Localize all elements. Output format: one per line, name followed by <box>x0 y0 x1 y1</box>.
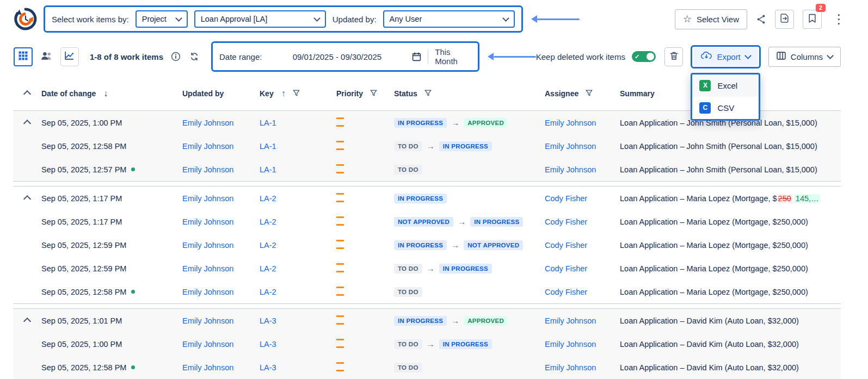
col-updated-by[interactable]: Updated by <box>182 89 224 98</box>
history-table: Date of change ↓ Updated by Key ↑ Priori… <box>13 80 841 379</box>
summary-text: Loan Application – David Kim (Auto Loan,… <box>620 316 841 325</box>
work-item-filter-bar: Select work items by: Project Loan Appro… <box>44 5 523 33</box>
updated-by-link[interactable]: Emily Johnson <box>182 119 233 127</box>
key-link[interactable]: LA-1 <box>260 119 276 127</box>
assignee-link[interactable]: Cody Fisher <box>545 194 587 203</box>
keep-deleted-toggle[interactable]: ✓ <box>632 51 656 62</box>
updated-by-link[interactable]: Emily Johnson <box>182 288 233 296</box>
assignee-link[interactable]: Cody Fisher <box>545 218 587 226</box>
kebab-menu-icon[interactable]: ⋮ <box>830 13 847 26</box>
updated-by-link[interactable]: Emily Johnson <box>182 363 233 372</box>
change-date: Sep 05, 2025, 12:59 PM <box>41 264 126 273</box>
assignee-link[interactable]: Emily Johnson <box>545 340 596 349</box>
assignee-link[interactable]: Cody Fisher <box>545 288 587 296</box>
chevron-down-icon <box>827 52 834 59</box>
project-dropdown[interactable]: Loan Approval [LA] <box>194 10 326 28</box>
collapse-group-icon[interactable] <box>23 318 31 325</box>
export-button[interactable]: Export <box>693 48 758 66</box>
filter-icon[interactable] <box>424 90 432 97</box>
updated-by-dropdown[interactable]: Any User <box>383 10 515 28</box>
transition-arrow-icon: → <box>458 217 466 226</box>
key-link[interactable]: LA-3 <box>260 340 276 349</box>
key-link[interactable]: LA-2 <box>260 194 276 203</box>
sort-asc-icon[interactable]: ↑ <box>281 89 286 98</box>
col-key[interactable]: Key <box>260 89 274 98</box>
updates-button[interactable]: 2 <box>803 10 822 29</box>
assignee-link[interactable]: Emily Johnson <box>545 316 596 325</box>
key-link[interactable]: LA-2 <box>260 288 276 296</box>
assignee-link[interactable]: Emily Johnson <box>545 119 596 127</box>
history-row: Sep 05, 2025, 1:17 PM Emily Johnson LA-2… <box>13 210 841 233</box>
updated-by-link[interactable]: Emily Johnson <box>182 340 233 349</box>
col-date-of-change[interactable]: Date of change <box>41 89 96 98</box>
calendar-icon[interactable] <box>412 52 421 61</box>
status-cell: IN PROGRESS <box>394 194 545 203</box>
csv-icon: C <box>699 102 711 114</box>
col-status[interactable]: Status <box>394 89 417 98</box>
col-priority[interactable]: Priority <box>336 89 363 98</box>
updated-by-link[interactable]: Emily Johnson <box>182 316 233 325</box>
export-page-button[interactable] <box>775 10 794 29</box>
priority-medium-icon <box>336 240 344 249</box>
chart-view-button[interactable] <box>60 47 79 66</box>
export-excel-item[interactable]: X Excel <box>692 74 759 97</box>
filter-icon[interactable] <box>293 90 300 97</box>
updated-by-link[interactable]: Emily Johnson <box>182 264 233 273</box>
assignee-link[interactable]: Emily Johnson <box>545 165 596 174</box>
key-link[interactable]: LA-2 <box>260 264 276 273</box>
updated-by-link[interactable]: Emily Johnson <box>182 165 233 174</box>
select-by-dropdown[interactable]: Project <box>136 10 188 28</box>
chevron-down-icon <box>175 15 182 22</box>
key-link[interactable]: LA-1 <box>260 165 276 174</box>
chevron-down-icon <box>502 15 509 22</box>
date-preset-label[interactable]: This Month <box>435 47 471 66</box>
row-group: Sep 05, 2025, 1:01 PM Emily Johnson LA-3… <box>13 308 841 379</box>
filter-icon[interactable] <box>370 90 377 97</box>
excel-icon: X <box>699 80 711 91</box>
issue-history-app: Select work items by: Project Loan Appro… <box>0 0 868 379</box>
updated-by-link[interactable]: Emily Johnson <box>182 194 233 203</box>
select-by-value: Project <box>142 15 167 23</box>
csv-label: CSV <box>717 103 734 113</box>
filter-icon[interactable] <box>586 90 593 97</box>
status-badge: NOT APPROVED <box>464 240 523 250</box>
collapse-all-icon[interactable] <box>23 90 31 98</box>
assignee-link[interactable]: Cody Fisher <box>545 264 587 273</box>
sort-desc-icon[interactable]: ↓ <box>103 89 108 98</box>
refresh-icon[interactable] <box>189 52 199 61</box>
annotation-arrow-filter <box>537 18 580 20</box>
updated-by-link[interactable]: Emily Johnson <box>182 241 233 250</box>
keep-deleted-label: Keep deleted work items <box>536 52 625 61</box>
collapse-group-icon[interactable] <box>23 120 31 127</box>
key-link[interactable]: LA-2 <box>260 241 276 250</box>
delete-button[interactable] <box>664 47 683 66</box>
select-view-button[interactable]: ☆ Select View <box>675 9 747 29</box>
updated-by-link[interactable]: Emily Johnson <box>182 218 233 226</box>
info-icon[interactable] <box>171 52 181 61</box>
share-icon[interactable] <box>756 14 766 24</box>
cloud-export-icon <box>701 52 712 61</box>
summary-added-text: 145,… <box>795 194 820 203</box>
key-link[interactable]: LA-3 <box>260 316 276 325</box>
assignee-link[interactable]: Emily Johnson <box>545 142 596 151</box>
updated-by-link[interactable]: Emily Johnson <box>182 142 233 151</box>
summary-text: Loan Application – David Kim (Auto Loan,… <box>620 340 841 349</box>
col-assignee[interactable]: Assignee <box>545 89 578 98</box>
columns-button[interactable]: Columns <box>768 47 841 67</box>
export-csv-item[interactable]: C CSV <box>692 97 759 119</box>
people-view-button[interactable] <box>37 47 56 66</box>
status-cell: NOT APPROVED→IN PROGRESS <box>394 217 545 227</box>
collapse-group-icon[interactable] <box>23 195 31 203</box>
transition-arrow-icon: → <box>427 141 435 151</box>
table-view-button[interactable] <box>14 47 33 66</box>
key-link[interactable]: LA-3 <box>260 363 276 372</box>
col-summary: Summary <box>620 89 655 98</box>
priority-medium-icon <box>336 216 344 226</box>
key-link[interactable]: LA-2 <box>260 218 276 226</box>
assignee-link[interactable]: Cody Fisher <box>545 241 587 250</box>
date-range-input[interactable]: 09/01/2025 - 09/30/2025 <box>268 52 405 61</box>
key-link[interactable]: LA-1 <box>260 142 276 151</box>
transition-arrow-icon: → <box>451 316 459 325</box>
chevron-down-icon <box>744 52 752 59</box>
assignee-link[interactable]: Emily Johnson <box>545 363 596 372</box>
